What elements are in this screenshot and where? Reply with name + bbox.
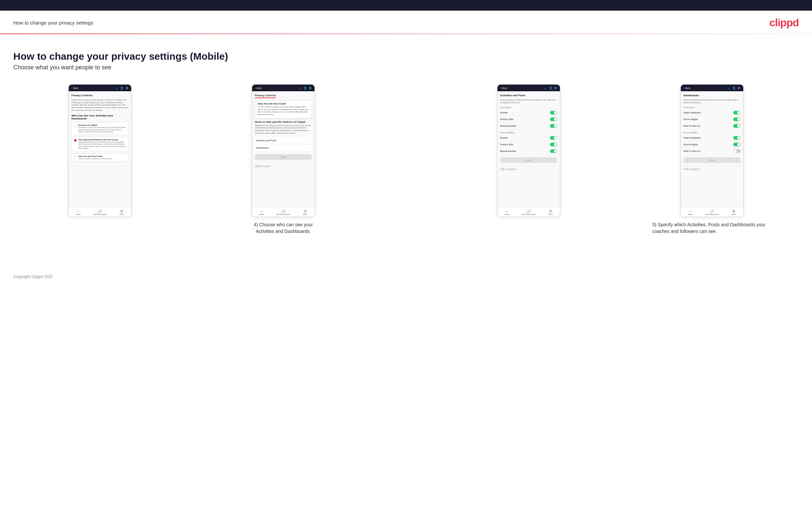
followers-what-to-work-toggle[interactable]	[733, 149, 741, 153]
screenshots-row: ‹ Back ⌕ 👤 ⚙ Privacy Controls Control ho…	[13, 84, 799, 235]
bottom-home2[interactable]: ⌂ Home	[259, 209, 264, 215]
phone2-tab[interactable]: Privacy Controls	[255, 94, 276, 98]
search2-icon[interactable]: ⌕	[299, 86, 302, 90]
settings2-icon[interactable]: ⚙	[309, 86, 312, 90]
settings3-icon[interactable]: ⚙	[554, 86, 557, 90]
search4-icon[interactable]: ⌕	[727, 86, 731, 90]
phone3-nav-left: ‹ Back	[500, 87, 507, 89]
phone3-nav: ‹ Back ⌕ 👤 ⚙	[498, 84, 560, 91]
bottom-menu2[interactable]: ☰ Menu	[303, 209, 308, 215]
phone4-back-label[interactable]: Back	[685, 87, 691, 89]
back-chevron4-icon: ‹	[683, 87, 684, 89]
bottom-home[interactable]: ⌂ Home	[76, 209, 81, 215]
phone3-nav-right: ⌕ 👤 ⚙	[544, 86, 557, 90]
option-everyone-desc: Everyone on Clippd can search for you an…	[79, 126, 126, 133]
bottom-menu4[interactable]: ☰ Menu	[731, 209, 736, 215]
followers-player-dash-toggle[interactable]	[733, 136, 741, 140]
bottom-performance4[interactable]: 📈 My Performance	[705, 209, 719, 215]
option-everyone[interactable]: Everyone on Clippd Everyone on Clippd ca…	[71, 122, 129, 135]
followers-round-insights-toggle[interactable]	[733, 143, 741, 146]
coaches-drills-toggle[interactable]	[550, 117, 557, 121]
activities-posts-row[interactable]: Activities and Posts ›	[255, 137, 312, 144]
menu2-label: Menu	[303, 213, 308, 215]
menu3-label: Menu	[548, 213, 553, 215]
top-bar	[0, 0, 812, 11]
phone1-mockup: ‹ Back ⌕ 👤 ⚙ Privacy Controls Control ho…	[68, 84, 132, 217]
logo: clippd	[769, 16, 799, 29]
menu2-icon: ☰	[304, 209, 307, 213]
phone3-followers-drills: Practice Drills	[500, 142, 557, 148]
bottom-menu[interactable]: ☰ Menu	[119, 209, 124, 215]
settings4-icon[interactable]: ⚙	[737, 86, 741, 90]
main-title: How to change your privacy settings (Mob…	[13, 51, 799, 62]
chart3-icon: 📈	[527, 209, 531, 213]
phone3-bottom-nav: ⌂ Home 📈 My Performance ☰ Menu	[498, 207, 560, 217]
bottom-performance[interactable]: 📈 My Performance	[93, 209, 107, 215]
phone3-save[interactable]: Save	[500, 157, 557, 163]
phone3-followers-rounds: Rounds	[500, 135, 557, 142]
coaches-manual-toggle[interactable]	[550, 124, 557, 128]
chevron-right1-icon: ›	[309, 139, 310, 142]
followers-manual-toggle[interactable]	[550, 149, 557, 153]
phone3-help[interactable]: Help & Support	[500, 166, 557, 170]
bottom-home3[interactable]: ⌂ Home	[504, 209, 509, 215]
phone4-section-desc: Select the dashboards that you'd like to…	[683, 99, 741, 104]
phone2-back-label[interactable]: Back	[256, 87, 262, 89]
performance-label: My Performance	[93, 213, 107, 215]
phone4-section-title: Dashboards	[683, 94, 741, 97]
bottom-performance2[interactable]: 📈 My Performance	[276, 209, 290, 215]
phone2-help[interactable]: Help & Support	[255, 163, 312, 167]
phone1-nav-left: ‹ Back	[71, 87, 79, 89]
option-only-coach-desc: Only you and the coaches you connect wit…	[79, 158, 114, 160]
coaches-player-dash-toggle[interactable]	[733, 111, 741, 114]
back-chevron2-icon: ‹	[255, 87, 255, 89]
phone2-save[interactable]: Save	[255, 154, 312, 160]
phone3-back-label[interactable]: Back	[502, 87, 507, 89]
person-icon[interactable]: 👤	[120, 86, 123, 90]
phone1-section-desc: Control how you and your data appears to…	[71, 99, 129, 111]
followers-player-dash-label: Player Dashboard	[683, 137, 701, 139]
coaches-manual-label: Manual Activities	[500, 125, 516, 127]
phone2-nav: ‹ Back ⌕ 👤 ⚙	[252, 84, 314, 91]
coaches-rounds-label: Rounds	[500, 111, 507, 114]
phone3-followers-manual: Manual Activities	[500, 148, 557, 155]
dashboards-row[interactable]: Dashboards ›	[255, 144, 312, 152]
bottom-performance3[interactable]: 📈 My Performance	[522, 209, 536, 215]
phone4-mockup: ‹ Back ⌕ 👤 ⚙ Dashboards Select the dashb…	[680, 84, 744, 217]
followers-drills-toggle[interactable]	[550, 143, 557, 146]
home4-label: Home	[688, 213, 693, 215]
phone1-back-label[interactable]: Back	[73, 87, 79, 89]
search-icon[interactable]: ⌕	[115, 86, 118, 90]
chart4-icon: 📈	[710, 209, 714, 213]
phone4-help[interactable]: Help & Support	[683, 166, 741, 170]
followers-round-insights-label: Round Insights	[683, 143, 698, 146]
phone1-section-title: Privacy Controls	[71, 94, 129, 97]
phone2-mockup: ‹ Back ⌕ 👤 ⚙ Privacy Controls	[252, 84, 315, 217]
home3-icon: ⌂	[506, 209, 508, 213]
option-only-coach[interactable]: Only You and Your Coach Only you and the…	[71, 153, 129, 162]
coaches-player-dash-label: Player Dashboard	[683, 111, 701, 114]
person3-icon[interactable]: 👤	[549, 86, 552, 90]
person2-icon[interactable]: 👤	[304, 86, 307, 90]
coaches-round-insights-label: Round Insights	[683, 118, 698, 120]
main-subtitle: Choose what you want people to see	[13, 64, 799, 71]
person4-icon[interactable]: 👤	[732, 86, 735, 90]
coaches-rounds-toggle[interactable]	[550, 111, 557, 114]
coaches-round-insights-toggle[interactable]	[733, 117, 741, 121]
option-approved[interactable]: Only Approved Followers and Your Coach O…	[71, 137, 129, 152]
option-only-coach-label: Only You and Your Coach	[79, 155, 114, 157]
phone1-group: ‹ Back ⌕ 👤 ⚙ Privacy Controls Control ho…	[13, 84, 187, 217]
followers-rounds-toggle[interactable]	[550, 136, 557, 140]
followers-manual-label: Manual Activities	[500, 150, 516, 152]
back-chevron-icon: ‹	[71, 87, 72, 89]
bottom-home4[interactable]: ⌂ Home	[688, 209, 693, 215]
phone4-followers-player-dash: Player Dashboard	[683, 135, 741, 142]
phone3-section-desc: Select the types of activity that you'd …	[500, 99, 557, 104]
bottom-menu3[interactable]: ☰ Menu	[548, 209, 553, 215]
search3-icon[interactable]: ⌕	[544, 86, 547, 90]
settings-icon[interactable]: ⚙	[125, 86, 129, 90]
coaches-what-to-work-toggle[interactable]	[733, 124, 741, 128]
phone4-save[interactable]: Save	[683, 157, 741, 163]
phone4-nav-right: ⌕ 👤 ⚙	[727, 86, 741, 90]
phone4-followers-round-insights: Round Insights	[683, 142, 741, 148]
